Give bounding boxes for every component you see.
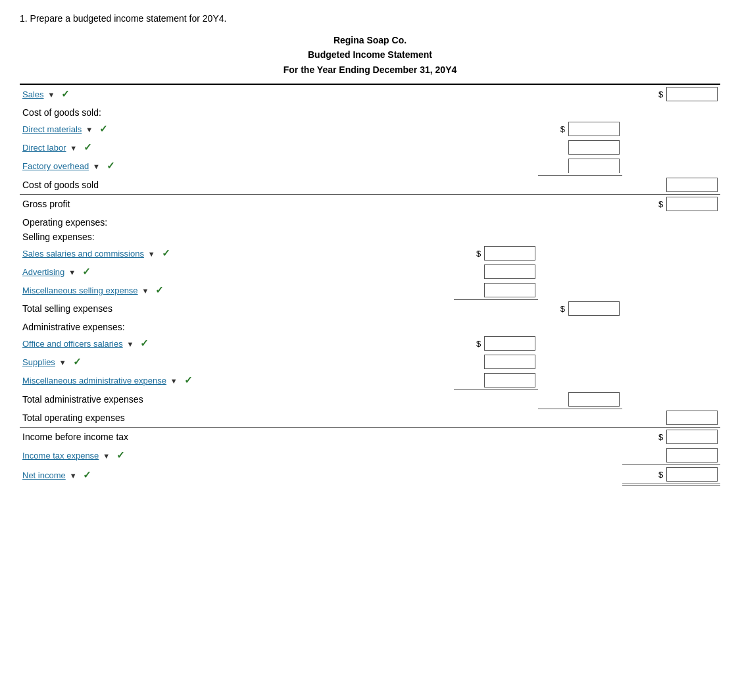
cogs-total-row: Cost of goods sold xyxy=(20,176,720,195)
direct-labor-check: ✓ xyxy=(84,141,92,153)
income-tax-input-cell xyxy=(622,446,720,465)
advertising-input-cell xyxy=(454,262,538,281)
supplies-arrow[interactable]: ▼ xyxy=(59,359,66,366)
header-line1: Regina Soap Co. xyxy=(20,33,720,47)
total-operating-label: Total operating expenses xyxy=(20,409,370,428)
sales-dollar: $ xyxy=(658,89,663,99)
direct-materials-input[interactable] xyxy=(568,122,620,136)
direct-materials-label-cell: Direct materials ▼ ✓ xyxy=(20,120,370,138)
misc-admin-arrow[interactable]: ▼ xyxy=(170,377,178,385)
income-tax-dropdown[interactable]: Income tax expense xyxy=(22,451,99,461)
net-income-row: Net income ▼ ✓ $ xyxy=(20,465,720,485)
misc-selling-row: Miscellaneous selling expense ▼ ✓ xyxy=(20,281,720,300)
gross-profit-input-cell: $ xyxy=(622,194,720,213)
sales-salaries-input[interactable] xyxy=(484,246,535,261)
factory-overhead-row: Factory overhead ▼ ✓ xyxy=(20,157,720,176)
operating-expenses-label: Operating expenses: xyxy=(20,213,370,230)
income-tax-arrow[interactable]: ▼ xyxy=(103,452,110,460)
sales-dropdown[interactable]: Sales xyxy=(22,89,44,99)
income-before-tax-label: Income before income tax xyxy=(20,428,370,447)
advertising-row: Advertising ▼ ✓ xyxy=(20,262,720,281)
total-admin-label: Total administrative expenses xyxy=(20,390,370,409)
misc-selling-dropdown[interactable]: Miscellaneous selling expense xyxy=(22,286,138,295)
income-tax-input[interactable] xyxy=(666,448,718,463)
factory-overhead-check: ✓ xyxy=(107,160,115,171)
total-selling-label: Total selling expenses xyxy=(20,299,370,318)
question-label: 1. Prepare a budgeted income statement f… xyxy=(20,13,720,24)
direct-materials-input-cell: $ xyxy=(538,120,622,138)
sales-col3 xyxy=(454,84,538,103)
office-officers-arrow[interactable]: ▼ xyxy=(127,340,134,348)
total-admin-input[interactable] xyxy=(568,392,620,407)
direct-labor-input[interactable] xyxy=(568,140,620,155)
total-operating-input[interactable] xyxy=(666,411,718,425)
advertising-dropdown[interactable]: Advertising xyxy=(22,267,64,277)
sales-salaries-label-cell: Sales salaries and commissions ▼ ✓ xyxy=(20,244,370,262)
supplies-dropdown[interactable]: Supplies xyxy=(22,357,55,367)
net-income-input-cell: $ xyxy=(622,465,720,485)
gross-profit-label: Gross profit xyxy=(20,194,370,213)
advertising-arrow[interactable]: ▼ xyxy=(68,268,76,276)
net-income-dropdown[interactable]: Net income xyxy=(22,470,66,480)
selling-expenses-header-row: Selling expenses: xyxy=(20,230,720,244)
supplies-input[interactable] xyxy=(484,355,535,369)
sales-salaries-arrow[interactable]: ▼ xyxy=(148,250,155,258)
direct-materials-dropdown[interactable]: Direct materials xyxy=(22,124,82,134)
sales-input-cell: $ xyxy=(622,84,720,103)
direct-labor-label-cell: Direct labor ▼ ✓ xyxy=(20,138,370,157)
factory-overhead-arrow[interactable]: ▼ xyxy=(93,162,100,170)
cogs-total-input[interactable] xyxy=(666,178,718,192)
sales-salaries-row: Sales salaries and commissions ▼ ✓ $ xyxy=(20,244,720,262)
direct-labor-arrow[interactable]: ▼ xyxy=(70,144,77,152)
misc-admin-input-cell xyxy=(454,371,538,390)
net-income-arrow[interactable]: ▼ xyxy=(70,472,77,480)
dm-dollar: $ xyxy=(560,124,565,134)
ss-dollar: $ xyxy=(476,249,481,259)
misc-admin-input[interactable] xyxy=(484,373,535,388)
sales-row: Sales ▼ ✓ $ xyxy=(20,84,720,103)
gross-profit-input[interactable] xyxy=(666,197,718,211)
net-income-input[interactable] xyxy=(666,467,718,482)
supplies-label-cell: Supplies ▼ ✓ xyxy=(20,353,370,371)
misc-admin-label-cell: Miscellaneous administrative expense ▼ ✓ xyxy=(20,371,370,390)
total-admin-row: Total administrative expenses xyxy=(20,390,720,409)
total-selling-input-cell: $ xyxy=(538,299,622,318)
direct-labor-dropdown[interactable]: Direct labor xyxy=(22,143,66,153)
cogs-total-label: Cost of goods sold xyxy=(20,176,370,195)
income-before-tax-input-cell: $ xyxy=(622,428,720,447)
header-line3: For the Year Ending December 31, 20Y4 xyxy=(20,63,720,77)
office-officers-input[interactable] xyxy=(484,336,535,351)
sales-salaries-input-cell: $ xyxy=(454,244,538,262)
misc-selling-arrow[interactable]: ▼ xyxy=(142,287,149,295)
factory-overhead-input[interactable] xyxy=(568,159,620,173)
advertising-input[interactable] xyxy=(484,264,535,279)
misc-selling-input-cell xyxy=(454,281,538,300)
operating-expenses-header-row: Operating expenses: xyxy=(20,213,720,230)
income-tax-label-cell: Income tax expense ▼ ✓ xyxy=(20,446,370,465)
total-selling-row: Total selling expenses $ xyxy=(20,299,720,318)
direct-materials-arrow[interactable]: ▼ xyxy=(86,126,93,134)
direct-materials-check: ✓ xyxy=(99,123,108,134)
sales-check: ✓ xyxy=(61,88,70,99)
factory-overhead-label-cell: Factory overhead ▼ ✓ xyxy=(20,157,370,176)
income-tax-row: Income tax expense ▼ ✓ xyxy=(20,446,720,465)
misc-selling-label-cell: Miscellaneous selling expense ▼ ✓ xyxy=(20,281,370,300)
net-income-check: ✓ xyxy=(83,469,91,480)
gp-dollar: $ xyxy=(658,199,663,209)
sales-salaries-dropdown[interactable]: Sales salaries and commissions xyxy=(22,249,144,259)
office-officers-dropdown[interactable]: Office and officers salaries xyxy=(22,339,123,349)
misc-admin-dropdown[interactable]: Miscellaneous administrative expense xyxy=(22,376,166,386)
income-before-tax-input[interactable] xyxy=(666,430,718,444)
gross-profit-row: Gross profit $ xyxy=(20,194,720,213)
supplies-row: Supplies ▼ ✓ xyxy=(20,353,720,371)
ibt-dollar: $ xyxy=(658,432,663,442)
office-officers-check: ✓ xyxy=(140,338,149,349)
sales-input[interactable] xyxy=(666,87,718,101)
net-income-label-cell: Net income ▼ ✓ xyxy=(20,465,370,485)
factory-overhead-dropdown[interactable]: Factory overhead xyxy=(22,161,89,171)
supplies-input-cell xyxy=(454,353,538,371)
sales-arrow[interactable]: ▼ xyxy=(47,91,55,99)
misc-selling-input[interactable] xyxy=(484,283,535,297)
total-selling-input[interactable] xyxy=(568,301,620,316)
income-tax-check: ✓ xyxy=(116,449,125,461)
